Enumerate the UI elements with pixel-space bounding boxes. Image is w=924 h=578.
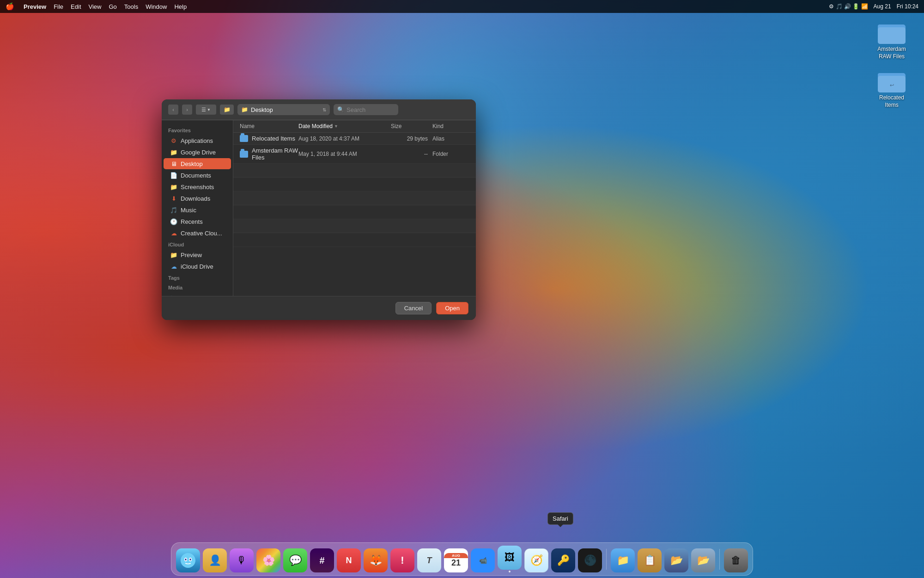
dock-item-preview[interactable]: 🖼 [498, 546, 522, 572]
desktop-icon-relocated[interactable]: ↩ Relocated Items [873, 69, 910, 109]
file-kind-amsterdam: Folder [432, 151, 469, 157]
col-header-size[interactable]: Size [391, 123, 432, 129]
table-row-empty-5 [233, 219, 476, 233]
search-box[interactable]: 🔍 [334, 104, 398, 115]
sidebar-item-creative-cloud[interactable]: ☁ Creative Clou... [164, 228, 231, 239]
dock: 👤 🎙 🌸 💬 # N 🦊 ! T AUG 21 [171, 542, 753, 576]
files2-icon: 📂 [664, 548, 688, 572]
icloud-drive-icon: ☁ [170, 263, 177, 270]
sidebar-item-recents[interactable]: 🕐 Recents [164, 216, 231, 227]
menubar-right: ⚙ 🎵 🔊 🔋 📶 Aug 21 Fri 10:24 [829, 3, 918, 10]
dock-item-files2[interactable]: 📂 [664, 548, 688, 572]
location-picker[interactable]: 📁 Desktop ⇅ [237, 104, 330, 115]
finder-icon [176, 548, 200, 572]
dock-item-files3[interactable]: 📂 [691, 548, 715, 572]
dock-item-slack[interactable]: # [310, 548, 334, 572]
sidebar-item-google-drive[interactable]: 📁 Google Drive [164, 147, 231, 158]
dock-item-typora[interactable]: T [417, 548, 441, 572]
table-row[interactable]: Relocated Items Aug 18, 2020 at 4:37 AM … [233, 133, 476, 145]
dock-item-finder[interactable] [176, 548, 200, 572]
sidebar-item-applications[interactable]: ⚙ Applications [164, 135, 231, 146]
menubar-left: 🍎 Preview File Edit View Go Tools Window… [6, 2, 187, 11]
sidebar-item-screenshots[interactable]: 📁 Screenshots [164, 181, 231, 192]
action-button[interactable]: 📁 [220, 105, 234, 115]
preview-dot [509, 571, 511, 572]
sidebar-item-preview-icloud[interactable]: 📁 Preview [164, 249, 231, 260]
screenshots-icon: 📁 [170, 183, 177, 191]
back-button[interactable]: ‹ [168, 105, 178, 115]
menu-edit[interactable]: Edit [71, 3, 81, 10]
darkroom-icon: 🌑 [578, 548, 602, 572]
app-menu-preview[interactable]: Preview [24, 3, 46, 10]
dock-item-filemanager[interactable]: 📋 [638, 548, 662, 572]
table-row-empty-1 [233, 164, 476, 178]
sidebar-item-downloads[interactable]: ⬇ Downloads [164, 193, 231, 204]
sidebar-item-icloud-drive[interactable]: ☁ iCloud Drive [164, 261, 231, 272]
file-list-rows: Relocated Items Aug 18, 2020 at 4:37 AM … [233, 133, 476, 296]
dock-item-siri[interactable]: 🎙 [230, 548, 254, 572]
menu-file[interactable]: File [54, 3, 63, 10]
col-header-kind[interactable]: Kind [432, 123, 469, 129]
preview-app-icon: 🖼 [498, 546, 522, 570]
desktop-icon-amsterdam[interactable]: Amsterdam RAW Files [873, 21, 910, 60]
messages-icon: 💬 [283, 548, 307, 572]
menu-tools[interactable]: Tools [124, 3, 138, 10]
sidebar-item-documents[interactable]: 📄 Documents [164, 170, 231, 181]
pockity-icon: ! [390, 548, 414, 572]
table-row[interactable]: Amsterdam RAW Files May 1, 2018 at 9:44 … [233, 145, 476, 164]
dock-item-photos[interactable]: 🌸 [256, 548, 280, 572]
desktop-icon-relocated-label: Relocated Items [873, 94, 910, 109]
filemanager-icon: 📋 [638, 548, 662, 572]
file-date-amsterdam: May 1, 2018 at 9:44 AM [298, 151, 391, 157]
dock-separator [606, 549, 607, 570]
dock-item-contacts[interactable]: 👤 [203, 548, 227, 572]
forward-button[interactable]: › [182, 105, 192, 115]
menubar-date: Aug 21 [874, 3, 891, 10]
menubar-time: Fri 10:24 [897, 3, 918, 10]
cancel-button[interactable]: Cancel [395, 302, 432, 314]
sidebar-downloads-label: Downloads [181, 195, 210, 202]
dialog-footer: Cancel Open [162, 296, 476, 320]
sidebar-applications-label: Applications [181, 137, 213, 144]
siri-icon: 🎙 [230, 548, 254, 572]
menu-help[interactable]: Help [174, 3, 187, 10]
col-header-date[interactable]: Date Modified ▼ [298, 123, 391, 129]
files3-app-icon: 📂 [691, 548, 715, 572]
dock-item-firefox[interactable]: 🦊 [364, 548, 388, 572]
dock-item-1password[interactable]: 🔑 [551, 548, 575, 572]
file-list-area: Name Date Modified ▼ Size Kind Relocated… [233, 120, 476, 296]
open-button[interactable]: Open [436, 302, 468, 314]
dock-item-darkroom[interactable]: 🌑 [578, 548, 602, 572]
search-input[interactable] [346, 106, 393, 113]
location-label: Desktop [251, 106, 320, 113]
file-date-relocated: Aug 18, 2020 at 4:37 AM [298, 135, 391, 142]
svg-rect-4 [878, 27, 906, 44]
apple-menu[interactable]: 🍎 [6, 2, 14, 11]
music-icon: 🎵 [170, 206, 177, 214]
col-header-name[interactable]: Name [240, 123, 298, 129]
dock-item-pockity[interactable]: ! [390, 548, 414, 572]
dock-item-zoom[interactable]: 📹 [471, 548, 495, 572]
menu-view[interactable]: View [89, 3, 102, 10]
view-button[interactable]: ☰ ▼ [196, 105, 216, 115]
menu-go[interactable]: Go [109, 3, 116, 10]
dock-item-calendar[interactable]: AUG 21 [444, 548, 468, 572]
sidebar-desktop-label: Desktop [181, 160, 203, 167]
open-file-dialog: ‹ › ☰ ▼ 📁 📁 Desktop ⇅ 🔍 Favorites ⚙ Appl… [162, 99, 476, 320]
dock-item-messages[interactable]: 💬 [283, 548, 307, 572]
dock-item-news[interactable]: N [337, 548, 361, 572]
file-name-cell-relocated: Relocated Items [240, 135, 298, 142]
dock-item-trash[interactable]: 🗑 [724, 548, 748, 572]
sidebar-preview-icloud-label: Preview [181, 252, 202, 258]
sidebar-photos-label: Photos [181, 295, 199, 296]
documents-icon: 📄 [170, 172, 177, 179]
folder-action-icon: 📁 [224, 106, 231, 113]
sidebar-item-desktop[interactable]: 🖥 Desktop [164, 158, 231, 169]
dock-item-safari[interactable]: 🧭 [524, 548, 548, 572]
sidebar-item-photos[interactable]: 📷 Photos [164, 292, 231, 296]
sidebar-item-music[interactable]: 🎵 Music [164, 204, 231, 215]
menu-window[interactable]: Window [146, 3, 167, 10]
dock-item-files1[interactable]: 📁 [611, 548, 635, 572]
files-app-icon: 📁 [611, 548, 635, 572]
sidebar-google-drive-label: Google Drive [181, 149, 216, 156]
